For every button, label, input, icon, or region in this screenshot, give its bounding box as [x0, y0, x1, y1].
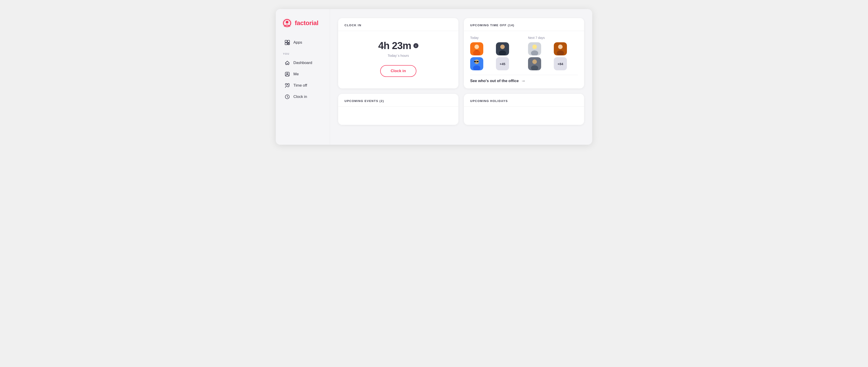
svg-point-11: [285, 84, 287, 85]
avatar-next7-3: [528, 57, 541, 70]
arrow-icon: →: [521, 78, 526, 84]
timeoff-columns: Today: [470, 36, 578, 70]
sidebar-clockin-label: Clock in: [293, 94, 307, 99]
logo-text: factorial: [295, 20, 318, 27]
avatar-today-1: [470, 42, 483, 55]
info-icon[interactable]: i: [413, 43, 418, 48]
events-card-title: UPCOMING EVENTS (2): [344, 99, 384, 103]
see-office-link[interactable]: See who's out of the office →: [470, 75, 578, 84]
avatar-next7-1: [528, 42, 541, 55]
clockin-card-title: CLOCK IN: [344, 24, 362, 27]
timeoff-card: UPCOMING TIME OFF (14) Today: [464, 18, 584, 88]
holidays-card-body: [464, 107, 584, 125]
sidebar-timeoff-label: Time off: [293, 83, 307, 88]
clockin-button[interactable]: Clock in: [380, 65, 416, 77]
svg-point-32: [532, 59, 537, 64]
events-card: UPCOMING EVENTS (2): [338, 94, 458, 125]
svg-point-26: [532, 44, 537, 49]
apps-icon: [284, 39, 290, 45]
timeoff-next7-col: Next 7 days: [528, 36, 578, 70]
holidays-card: UPCOMING HOLIDAYS: [464, 94, 584, 125]
today-avatar-grid: +45: [470, 42, 520, 70]
svg-point-29: [558, 44, 563, 49]
factorial-logo-icon: [282, 18, 292, 28]
next7-extra-count: +84: [554, 57, 567, 70]
sidebar-item-me[interactable]: Me: [282, 69, 323, 80]
timeoff-card-body: Today: [464, 31, 584, 88]
timeoff-today-label: Today: [470, 36, 520, 39]
timeoff-next7-label: Next 7 days: [528, 36, 578, 39]
sidebar-item-dashboard[interactable]: Dashboard: [282, 57, 323, 68]
svg-point-2: [286, 21, 288, 24]
hours-value: 4h 23m: [378, 40, 411, 51]
sidebar-dashboard-label: Dashboard: [293, 61, 312, 65]
hours-display: 4h 23m i: [378, 40, 418, 51]
svg-rect-3: [285, 40, 287, 42]
main-content: CLOCK IN 4h 23m i Today´s hours Clock in…: [330, 9, 592, 145]
sidebar-me-label: Me: [293, 72, 299, 77]
clockin-card-header: CLOCK IN: [338, 18, 458, 31]
svg-rect-22: [474, 61, 476, 62]
next7-avatar-grid: +84: [528, 42, 578, 70]
dashboard-icon: [284, 60, 290, 66]
logo-area: factorial: [282, 18, 323, 28]
me-icon: [284, 71, 290, 77]
avatar-next7-2: [554, 42, 567, 55]
clockin-card: CLOCK IN 4h 23m i Today´s hours Clock in: [338, 18, 458, 88]
timeoff-icon: [284, 83, 290, 88]
events-card-body: [338, 107, 458, 125]
svg-rect-5: [285, 43, 287, 45]
sidebar-section-label: YOU: [282, 53, 323, 55]
svg-rect-4: [287, 40, 289, 42]
avatar-today-2: [496, 42, 509, 55]
clockin-nav-icon: [284, 94, 290, 100]
svg-rect-23: [476, 61, 478, 62]
events-card-header: UPCOMING EVENTS (2): [338, 94, 458, 107]
timeoff-card-header: UPCOMING TIME OFF (14): [464, 18, 584, 31]
avatar-today-3: [470, 57, 483, 70]
sidebar-apps-label: Apps: [293, 40, 302, 45]
app-container: factorial Apps YOU: [276, 9, 592, 145]
sidebar-item-timeoff[interactable]: Time off: [282, 80, 323, 91]
sidebar-item-apps[interactable]: Apps: [282, 37, 323, 48]
see-office-text: See who's out of the office: [470, 79, 519, 83]
timeoff-card-title: UPCOMING TIME OFF (14): [470, 24, 515, 27]
sidebar-item-clockin[interactable]: Clock in: [282, 91, 323, 102]
sidebar: factorial Apps YOU: [276, 9, 330, 145]
svg-point-12: [287, 84, 289, 85]
clockin-card-body: 4h 23m i Today´s hours Clock in: [338, 31, 458, 85]
hours-sublabel: Today´s hours: [388, 54, 409, 57]
today-extra-count: +45: [496, 57, 509, 70]
timeoff-today-col: Today: [470, 36, 520, 70]
holidays-card-title: UPCOMING HOLIDAYS: [470, 99, 508, 103]
svg-point-18: [500, 44, 505, 49]
svg-point-10: [287, 73, 288, 74]
holidays-card-header: UPCOMING HOLIDAYS: [464, 94, 584, 107]
svg-point-15: [474, 44, 479, 49]
